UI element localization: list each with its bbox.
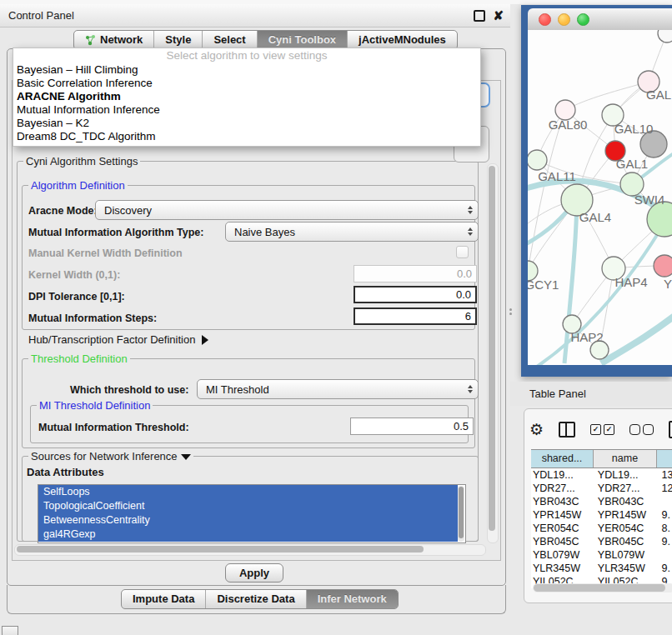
mi-type-combo[interactable]: Naive Bayes — [225, 222, 479, 242]
aracne-mode-combo[interactable]: Discovery — [95, 200, 479, 220]
table-header-row: shared... name — [531, 449, 672, 468]
columns-icon[interactable] — [559, 422, 575, 438]
select-all-checkboxes-icon[interactable]: ✓✓ — [590, 424, 614, 435]
table-row[interactable]: YER054CYER054C8. — [531, 522, 672, 535]
export-table-icon[interactable] — [669, 421, 672, 438]
table-row[interactable]: YDL19...YDL19...13 — [531, 468, 672, 482]
network-node-label: GAL10 — [614, 122, 654, 136]
tab-label: Impute Data — [133, 590, 194, 608]
network-node-label: SWI4 — [634, 192, 665, 207]
dropdown-item[interactable]: ARACNE Algorithm — [13, 90, 480, 103]
deselect-all-checkboxes-icon[interactable] — [629, 424, 654, 435]
dropdown-item[interactable]: Dream8 DC_TDC Algorithm — [13, 130, 480, 143]
table-cell: 9. — [659, 508, 672, 522]
network-window-titlebar[interactable] — [528, 8, 672, 31]
table-cell: YER054C — [594, 522, 659, 535]
zoom-traffic-light-icon[interactable] — [577, 13, 589, 26]
table-row[interactable]: YDR27...YDR27...12 — [531, 482, 672, 495]
network-icon — [85, 35, 96, 46]
table-cell: YBL079W — [594, 548, 659, 562]
tab-label: Select — [213, 31, 245, 49]
table-cell: YBR043C — [594, 495, 659, 508]
table-cell — [659, 495, 672, 508]
network-node[interactable] — [654, 255, 672, 277]
gear-icon[interactable]: ⚙ — [529, 422, 544, 438]
attribute-list-item[interactable]: TopologicalCoefficient — [38, 499, 458, 513]
table-panel-title: Table Panel — [510, 388, 586, 400]
table-cell: 8. — [659, 522, 672, 535]
column-header-name[interactable]: name — [594, 450, 657, 468]
tab-infer-network[interactable]: Infer Network — [306, 590, 398, 608]
mi-threshold-field[interactable]: 0.5 — [350, 418, 474, 435]
tab-label: Discretize Data — [217, 590, 294, 608]
settings-vertical-scrollbar[interactable] — [487, 163, 499, 543]
attribute-list-item[interactable]: SelfLoops — [38, 485, 458, 499]
table-horizontal-scrollbar[interactable] — [533, 583, 672, 592]
tab-network[interactable]: Network — [74, 31, 153, 49]
table-cell: YLR345W — [531, 562, 594, 575]
tab-discretize-data[interactable]: Discretize Data — [205, 590, 305, 608]
kernel-width-field[interactable]: 0.0 — [354, 265, 477, 282]
close-icon[interactable]: ✘ — [493, 12, 504, 20]
tab-label: Infer Network — [318, 590, 387, 608]
table-cell: YER054C — [531, 522, 594, 535]
corner-widget[interactable] — [2, 626, 18, 635]
table-cell: YBL079W — [531, 548, 594, 562]
table-row[interactable]: YBR045CYBR045C9. — [531, 535, 672, 548]
table-cell: YPR145W — [594, 508, 659, 522]
apply-button[interactable]: Apply — [225, 563, 283, 582]
tab-label: Network — [100, 31, 143, 49]
network-node[interactable] — [658, 30, 672, 42]
hub-section-label: Hub/Transcription Factor Definition — [28, 333, 195, 346]
table-row[interactable]: YLR345WYLR345W9. — [531, 562, 672, 575]
data-attributes-list[interactable]: SelfLoopsTopologicalCoefficientBetweenne… — [38, 484, 466, 543]
panel-splitter-grip[interactable] — [508, 307, 514, 317]
close-traffic-light-icon[interactable] — [539, 13, 551, 26]
network-edge — [601, 310, 672, 363]
which-threshold-combo[interactable]: MI Threshold — [197, 379, 479, 399]
table-cell: YDR27... — [531, 482, 594, 495]
network-canvas[interactable]: GALGAL80GAL10GAL1GAL11SWI4GAL4GCY1HAP4YH… — [528, 30, 672, 365]
tab-cyni-toolbox[interactable]: Cyni Toolbox — [257, 31, 347, 49]
tab-label: Cyni Toolbox — [268, 31, 336, 49]
table-cell: 12 — [659, 482, 672, 495]
table-cell: 13 — [659, 468, 672, 482]
column-header-extra[interactable] — [657, 450, 672, 468]
list-scrollbar[interactable] — [458, 486, 464, 542]
network-view-window[interactable]: GALGAL80GAL10GAL1GAL11SWI4GAL4GCY1HAP4YH… — [521, 5, 672, 377]
network-node-label: Y — [664, 277, 672, 291]
column-header-shared-name[interactable]: shared... — [531, 450, 594, 468]
table-row[interactable]: YBL079WYBL079W — [531, 548, 672, 562]
field-value: 0.5 — [454, 420, 469, 432]
dropdown-placeholder: Select algorithm to view settings — [13, 48, 480, 63]
table-row[interactable]: YBR043CYBR043C — [531, 495, 672, 508]
tab-style[interactable]: Style — [153, 31, 202, 49]
network-node[interactable] — [528, 150, 547, 170]
dpi-tolerance-field[interactable]: 0.0 — [354, 286, 477, 303]
attribute-list-item[interactable]: BetweennessCentrality — [38, 513, 458, 528]
table-cell: YBR045C — [531, 535, 594, 548]
spinner-arrows-icon — [468, 228, 478, 236]
tab-select[interactable]: Select — [202, 31, 256, 49]
dropdown-item[interactable]: Mutual Information Inference — [13, 103, 480, 117]
network-node-label: HAP4 — [614, 275, 647, 289]
table-row[interactable]: YPR145WYPR145W9. — [531, 508, 672, 522]
manual-kernel-checkbox[interactable] — [456, 246, 469, 258]
mi-steps-field[interactable]: 6 — [354, 308, 477, 325]
dropdown-item[interactable]: Bayesian – K2 — [13, 117, 480, 130]
control-panel-title: Control Panel — [0, 9, 74, 22]
float-window-icon[interactable] — [474, 10, 485, 22]
dropdown-item[interactable]: Basic Correlation Inference — [13, 77, 480, 90]
sources-title: Sources for Network Inference — [31, 450, 178, 462]
network-node-label: GAL1 — [616, 157, 648, 171]
network-node-label: GAL4 — [579, 210, 611, 224]
attribute-list-item[interactable]: gal4RGexp — [38, 528, 458, 542]
mi-threshold-label: Mutual Information Threshold: — [38, 422, 189, 433]
dropdown-item[interactable]: Bayesian – Hill Climbing — [13, 63, 480, 77]
settings-horizontal-scrollbar[interactable] — [14, 544, 486, 556]
tab-impute-data[interactable]: Impute Data — [122, 590, 205, 608]
hub-section-toggle[interactable]: Hub/Transcription Factor Definition — [28, 333, 208, 346]
minimize-traffic-light-icon[interactable] — [558, 13, 570, 26]
tab-jactivemnodules[interactable]: jActiveMNodules — [347, 31, 457, 49]
collapse-arrow-icon — [181, 454, 191, 460]
